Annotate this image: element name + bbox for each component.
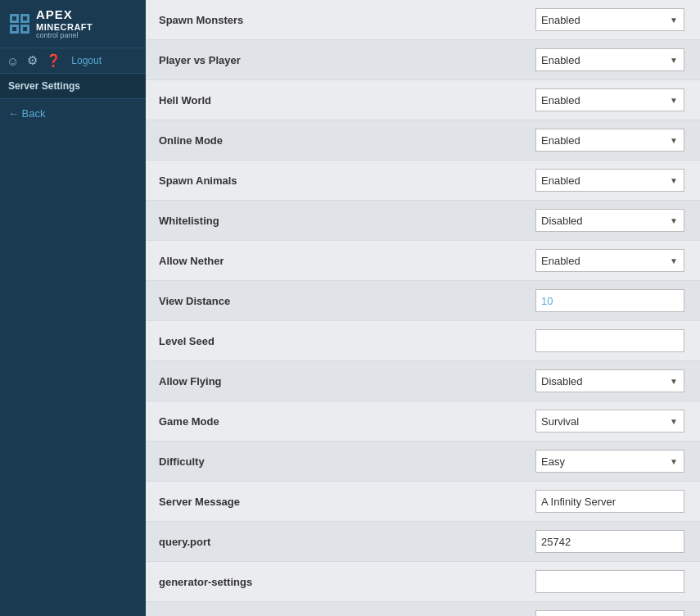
logo-text: APEX MINECRAFT control panel — [36, 8, 93, 39]
setting-select-allow-nether[interactable]: EnabledDisabled — [535, 249, 684, 272]
setting-label: Level Seed — [159, 335, 535, 347]
setting-row: Level Seed — [146, 321, 700, 361]
logo-control: control panel — [36, 32, 93, 40]
setting-select-game-mode[interactable]: SurvivalCreativeAdventureSpectator — [535, 410, 684, 433]
settings-icon[interactable]: ⚙ — [27, 53, 38, 68]
setting-control — [535, 570, 687, 593]
logo-apex: APEX — [36, 8, 93, 22]
setting-row: generator-settings — [146, 562, 700, 602]
server-settings-label: Server Settings — [0, 74, 146, 99]
setting-input-view-distance[interactable] — [535, 289, 684, 312]
setting-control: EnabledDisabled — [535, 48, 687, 71]
setting-control: EnabledDisabled — [535, 369, 687, 392]
svg-rect-8 — [23, 27, 27, 31]
setting-control — [535, 610, 687, 616]
setting-control: SurvivalCreativeAdventureSpectator — [535, 410, 687, 433]
setting-row: Spawn MonstersEnabledDisabled — [146, 0, 700, 40]
svg-rect-6 — [23, 16, 27, 20]
setting-row: Player vs PlayerEnabledDisabled — [146, 40, 700, 80]
help-icon[interactable]: ❓ — [46, 53, 61, 68]
svg-rect-7 — [12, 27, 16, 31]
setting-row: Online ModeEnabledDisabled — [146, 120, 700, 161]
setting-control: EnabledDisabled — [535, 209, 687, 232]
setting-row: query.port — [146, 522, 700, 562]
setting-row: WhitelistingEnabledDisabled — [146, 201, 700, 241]
setting-control — [535, 289, 687, 312]
setting-control: PeacefulEasyNormalHard — [535, 450, 687, 473]
logo-bar: APEX MINECRAFT control panel — [0, 0, 146, 48]
setting-label: Hell World — [159, 94, 535, 106]
setting-select-player-vs-player[interactable]: EnabledDisabled — [535, 48, 684, 71]
setting-row: DifficultyPeacefulEasyNormalHard — [146, 442, 700, 482]
setting-label: Server Message — [159, 496, 535, 508]
setting-label: Whitelisting — [159, 215, 535, 227]
setting-row: Spawn AnimalsEnabledDisabled — [146, 161, 700, 201]
setting-select-hell-world[interactable]: EnabledDisabled — [535, 88, 684, 111]
setting-label: generator-settings — [159, 576, 535, 588]
person-icon[interactable]: ☺ — [7, 54, 19, 68]
setting-row: Allow FlyingEnabledDisabled — [146, 361, 700, 401]
setting-select-allow-flying[interactable]: EnabledDisabled — [535, 369, 684, 392]
top-icons-bar: ☺ ⚙ ❓ Logout — [0, 48, 146, 74]
svg-rect-5 — [12, 16, 16, 20]
setting-select-spawn-animals[interactable]: EnabledDisabled — [535, 169, 684, 192]
logout-button[interactable]: Logout — [71, 55, 102, 66]
setting-input-force-gamemode[interactable] — [535, 610, 684, 616]
setting-control: EnabledDisabled — [535, 8, 687, 31]
setting-row: Allow NetherEnabledDisabled — [146, 241, 700, 281]
setting-label: query.port — [159, 536, 535, 548]
setting-row: Hell WorldEnabledDisabled — [146, 80, 700, 120]
setting-label: Allow Flying — [159, 375, 535, 387]
setting-label: Difficulty — [159, 455, 535, 468]
logo-icon — [7, 11, 33, 37]
setting-input-generator-settings[interactable] — [535, 570, 684, 593]
setting-input-query-port[interactable] — [535, 530, 684, 553]
setting-label: Spawn Monsters — [159, 14, 535, 26]
setting-select-difficulty[interactable]: PeacefulEasyNormalHard — [535, 450, 684, 473]
setting-row: Server Message — [146, 482, 700, 522]
setting-input-server-message[interactable] — [535, 490, 684, 513]
logo-minecraft: MINECRAFT — [36, 22, 93, 32]
setting-select-whitelisting[interactable]: EnabledDisabled — [535, 209, 684, 232]
setting-label: Game Mode — [159, 415, 535, 428]
setting-row: View Distance — [146, 281, 700, 321]
setting-label: Spawn Animals — [159, 174, 535, 187]
setting-label: Player vs Player — [159, 54, 535, 66]
setting-control: EnabledDisabled — [535, 129, 687, 152]
setting-control — [535, 329, 687, 352]
setting-input-level-seed[interactable] — [535, 329, 684, 352]
setting-row: force-gamemode — [146, 602, 700, 616]
setting-label: Allow Nether — [159, 255, 535, 267]
setting-select-spawn-monsters[interactable]: EnabledDisabled — [535, 8, 684, 31]
back-button[interactable]: ← Back — [0, 99, 146, 128]
setting-select-online-mode[interactable]: EnabledDisabled — [535, 129, 684, 152]
setting-control — [535, 530, 687, 553]
setting-control: EnabledDisabled — [535, 249, 687, 272]
setting-control: EnabledDisabled — [535, 88, 687, 111]
main-content: Spawn MonstersEnabledDisabledPlayer vs P… — [146, 0, 700, 616]
setting-row: Game ModeSurvivalCreativeAdventureSpecta… — [146, 401, 700, 442]
setting-control: EnabledDisabled — [535, 169, 687, 192]
setting-control — [535, 490, 687, 513]
sidebar: APEX MINECRAFT control panel ☺ ⚙ ❓ Logou… — [0, 0, 146, 616]
setting-label: View Distance — [159, 295, 535, 307]
setting-label: Online Mode — [159, 134, 535, 147]
